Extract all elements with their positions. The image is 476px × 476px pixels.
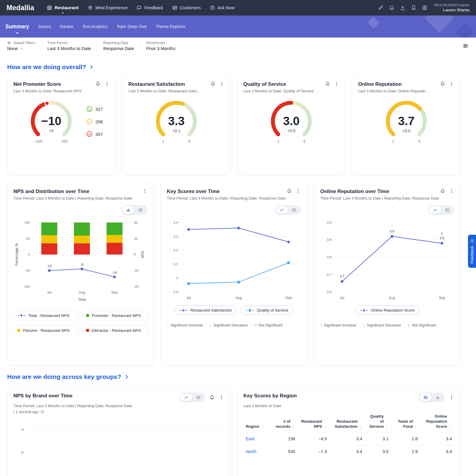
user-info[interactable]: [RESTAURANT] Admin Lauren Shanta — [434, 3, 469, 13]
more-options-button[interactable] — [219, 395, 224, 400]
svg-text:3.3: 3.3 — [168, 114, 185, 127]
saved-filters-control[interactable]: Saved Filters None — [7, 41, 35, 51]
nav-item-feedback[interactable]: Feedback — [136, 5, 163, 10]
sort-icon[interactable] — [292, 425, 295, 429]
svg-text:Jul: Jul — [340, 296, 344, 300]
nps-by-brand-chart: 0 -5 — [13, 427, 224, 455]
alert-button[interactable] — [95, 81, 101, 86]
alert-button[interactable] — [440, 188, 445, 194]
section-key-groups[interactable]: How are we doing across key groups? — [7, 373, 461, 380]
column-header-online-reputation-score[interactable]: Online Reputation Score — [420, 412, 454, 432]
column-header-restaurant-nps[interactable]: Restaurant NPS — [298, 412, 329, 432]
legend-item-passive[interactable]: Passive - Restaurant NPS — [13, 325, 79, 336]
table-view-button[interactable] — [192, 393, 204, 401]
chevron-right-icon — [124, 374, 129, 379]
kpi-card-quality-of-service: Quality of Service Last 3 Months to Date… — [237, 75, 346, 175]
passive-count-row: 206 — [86, 118, 103, 125]
tab-scores[interactable]: Scores — [38, 24, 51, 29]
bell-icon — [287, 188, 292, 194]
not-significant-legend: Not Significant — [254, 323, 283, 327]
column-header-taste-of-food[interactable]: Taste of Food — [391, 412, 420, 432]
chevron-right-icon — [89, 64, 94, 70]
tab-topic-deep-dive[interactable]: Topic Deep Dive — [116, 24, 147, 29]
chip-online-reputation-score[interactable]: Online Reputation Score — [355, 306, 419, 315]
column-header-records[interactable]: # of records — [268, 412, 298, 432]
more-options-button[interactable] — [334, 81, 339, 86]
tab-ranker[interactable]: Ranker — [60, 24, 73, 29]
legend-item-total-nps[interactable]: Total - Restaurant NPS — [13, 310, 79, 321]
sort-icon[interactable] — [261, 425, 264, 429]
svg-text:100: 100 — [61, 139, 68, 144]
region-link[interactable]: North — [246, 449, 256, 454]
kpi-subtitle: Last 3 Months to Date: Quality of Servic… — [243, 89, 340, 93]
sort-icon[interactable] — [414, 425, 418, 429]
table-view-button[interactable] — [419, 393, 432, 401]
pencil-icon — [378, 5, 384, 11]
notifications-button[interactable] — [389, 5, 395, 11]
alert-button[interactable] — [325, 81, 330, 86]
table-view-button[interactable] — [134, 206, 147, 214]
alert-button[interactable] — [210, 81, 216, 86]
bookmarks-button[interactable] — [411, 5, 417, 11]
line-chart-view-button[interactable] — [180, 393, 192, 401]
table-cell: −4.5 — [298, 432, 329, 445]
table-view-button[interactable] — [288, 206, 300, 214]
sort-icon[interactable] — [448, 425, 452, 429]
medallia-logo[interactable]: Medallia — [7, 4, 34, 12]
column-header-quality-of-service[interactable]: Quality of Service — [365, 412, 391, 432]
refresh-icon[interactable] — [40, 410, 44, 414]
nav-item-ask-now[interactable]: Ask Now — [210, 5, 234, 10]
reporting-date-control[interactable]: Reporting Date Response Date — [103, 41, 134, 51]
table-cell: 3.0 — [365, 445, 391, 458]
feedback-tab[interactable]: Feedback — [468, 235, 476, 268]
more-options-button[interactable] — [449, 81, 454, 86]
tab-theme-explorer[interactable]: Theme Explorer — [156, 24, 186, 29]
more-options-button[interactable] — [104, 81, 110, 86]
tab-text-analytics[interactable]: Text Analytics — [82, 24, 108, 29]
more-options-button[interactable] — [295, 188, 301, 194]
y-tick-label: 0 — [13, 428, 24, 431]
benchmark-control[interactable]: Benchmark Prior 3 Months — [146, 41, 175, 51]
region-link[interactable]: East — [246, 436, 254, 441]
edit-button[interactable] — [378, 5, 384, 11]
filter-settings-button[interactable] — [462, 43, 469, 49]
more-options-button[interactable] — [449, 188, 454, 194]
bar-chart-view-button[interactable] — [122, 206, 134, 214]
sort-icon[interactable] — [359, 425, 362, 429]
column-header-restaurant-satisfaction[interactable]: Restaurant Satisfaction — [329, 412, 365, 432]
column-header-region[interactable]: Region — [243, 412, 268, 432]
export-button[interactable] — [400, 5, 406, 11]
account-button[interactable] — [422, 5, 428, 11]
legend-item-detractor[interactable]: Detractor - Restaurant NPS — [82, 325, 147, 336]
svg-text:-10: -10 — [134, 269, 139, 272]
chip-label: Online Reputation Score — [371, 308, 415, 312]
bar-chart-view-button[interactable] — [432, 393, 444, 401]
line-chart-view-button[interactable] — [429, 206, 441, 214]
tab-summary[interactable]: Summary — [5, 24, 29, 30]
nav-item-restaurant[interactable]: Restaurant — [47, 5, 79, 10]
svg-text:1: 1 — [392, 139, 394, 144]
chip-quality-of-service[interactable]: Quality of Service — [241, 306, 293, 315]
table-view-button[interactable] — [441, 206, 453, 214]
line-chart-view-button[interactable] — [276, 206, 288, 214]
more-options-button[interactable] — [449, 395, 454, 400]
more-options-button[interactable] — [219, 81, 225, 86]
sort-icon[interactable] — [323, 425, 327, 429]
legend-item-promoter[interactable]: Promoter - Restaurant NPS — [82, 310, 147, 321]
detractor-count-row: 357 — [86, 131, 103, 137]
nav-item-meal-experience[interactable]: Meal Experience — [88, 5, 127, 10]
time-period-control[interactable]: Time Period Last 3 Months to Date — [47, 41, 91, 51]
circle-marker-icon — [408, 324, 410, 326]
more-options-button[interactable] — [142, 188, 147, 194]
svg-text:↑: ↑ — [391, 224, 393, 228]
chip-restaurant-satisfaction[interactable]: Restaurant Satisfaction — [175, 306, 237, 315]
sort-icon[interactable] — [385, 425, 388, 429]
alert-button[interactable] — [440, 81, 445, 86]
section-overall[interactable]: How are we doing overall? — [7, 63, 461, 71]
table-subtitle: Last 3 Months to Date — [243, 404, 454, 408]
nav-item-customers[interactable]: Customers — [172, 5, 201, 10]
alert-button[interactable] — [287, 188, 292, 194]
alert-button[interactable] — [209, 395, 215, 400]
svg-text:0: 0 — [28, 253, 30, 256]
kpi-title: Online Reputation — [358, 81, 402, 87]
